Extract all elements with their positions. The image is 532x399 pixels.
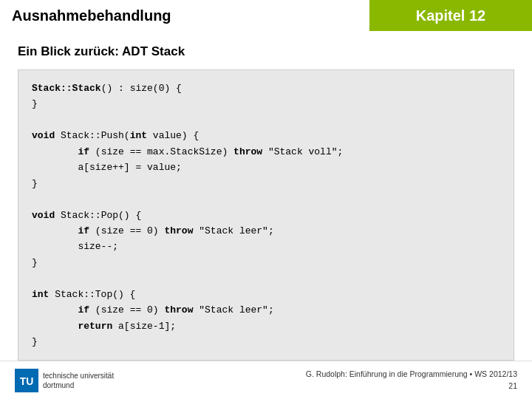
code-line-4: if (size == max.StackSize) throw "Stack … xyxy=(32,146,343,157)
main-content: Ein Blick zurück: ADT Stack Stack::Stack… xyxy=(0,31,532,369)
code-line-14: } xyxy=(32,336,38,347)
university-name: technische universität dortmund xyxy=(43,371,114,390)
code-line-11: int Stack::Top() { xyxy=(32,289,135,300)
code-line-9: size--; xyxy=(32,241,118,252)
course-label: G. Rudolph: Einführung in die Programmie… xyxy=(306,369,517,381)
code-block: Stack::Stack() : size(0) { } void Stack:… xyxy=(18,69,514,361)
code-line-1: Stack::Stack() : size(0) { xyxy=(32,83,182,94)
code-line-5: a[size++] = value; xyxy=(32,162,182,173)
page-section-title: Ausnahmebehandlung xyxy=(12,7,171,24)
code-line-7: void Stack::Pop() { xyxy=(32,210,141,221)
code-line-2: } xyxy=(32,98,38,109)
page-number: 21 xyxy=(306,381,517,392)
svg-text:TU: TU xyxy=(20,375,34,387)
university-line1: technische universität xyxy=(43,371,114,381)
code-line-13: return a[size-1]; xyxy=(32,321,176,332)
tu-logo-icon: TU xyxy=(15,369,38,392)
university-logo: TU technische universität dortmund xyxy=(15,369,114,392)
code-line-6: } xyxy=(32,178,38,189)
chapter-title: Kapitel 12 xyxy=(416,7,485,24)
footer: TU technische universität dortmund G. Ru… xyxy=(0,361,532,399)
footer-course-info: G. Rudolph: Einführung in die Programmie… xyxy=(306,369,517,392)
code-line-12: if (size == 0) throw "Stack leer"; xyxy=(32,304,274,316)
code-line-10: } xyxy=(32,257,38,268)
section-title: Ein Blick zurück: ADT Stack xyxy=(18,44,514,59)
university-line2: dortmund xyxy=(43,381,114,390)
header: Ausnahmebehandlung Kapitel 12 xyxy=(0,0,532,31)
header-right: Kapitel 12 xyxy=(369,0,532,31)
header-left: Ausnahmebehandlung xyxy=(0,0,369,31)
code-line-3: void Stack::Push(int value) { xyxy=(32,130,199,141)
code-line-8: if (size == 0) throw "Stack leer"; xyxy=(32,225,274,236)
